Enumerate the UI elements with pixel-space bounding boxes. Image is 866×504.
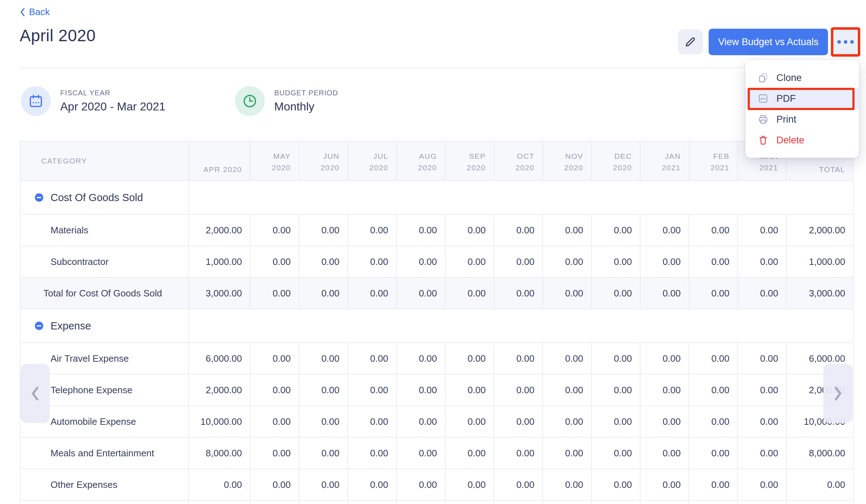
- value-cell: 0.00: [348, 437, 396, 469]
- table-row: Meals and Entertainment8,000.000.000.000…: [20, 437, 853, 469]
- menu-item-print[interactable]: Print: [746, 109, 859, 130]
- column-header-category: CATEGORY: [20, 141, 189, 181]
- value-cell: 0.00: [348, 406, 396, 437]
- value-cell: 0.00: [591, 246, 640, 277]
- value-cell: 0.00: [250, 246, 299, 277]
- column-header-sep-2020: SEP 2020: [445, 141, 494, 181]
- value-cell: 0.00: [250, 406, 299, 437]
- view-budget-vs-actuals-button[interactable]: View Budget vs Actuals: [709, 29, 828, 55]
- value-cell: 0.00: [591, 469, 640, 500]
- section-cell: Cost Of Goods Sold: [20, 181, 189, 214]
- value-cell: 0.00: [396, 374, 445, 406]
- value-cell: 0.00: [445, 374, 494, 406]
- table-row: Expense: [20, 309, 853, 343]
- value-cell: 0.00: [689, 246, 738, 277]
- value-cell: 0.00: [396, 406, 445, 437]
- collapse-minus-icon[interactable]: [34, 321, 44, 331]
- value-cell: 0.00: [738, 374, 786, 406]
- edit-button[interactable]: [678, 29, 703, 54]
- total-cell: 8,000.00: [786, 437, 853, 469]
- calendar-icon: [21, 86, 51, 116]
- fiscal-year-label: FISCAL YEAR: [60, 89, 166, 97]
- table-scroll-left-button[interactable]: [20, 364, 50, 423]
- value-cell: 0.00: [543, 246, 591, 277]
- value-cell: 0.00: [640, 343, 689, 374]
- value-cell: 0.00: [689, 277, 738, 309]
- value-cell: 0.00: [250, 277, 299, 309]
- value-cell: 0.00: [543, 343, 591, 374]
- value-cell: 0.00: [640, 277, 689, 309]
- value-cell: 0.00: [396, 246, 445, 277]
- value-cell: 0.00: [543, 406, 591, 437]
- table-cell: [640, 500, 689, 504]
- table-row: [20, 500, 853, 504]
- chevron-right-icon: [833, 386, 843, 401]
- category-cell: Total for Cost Of Goods Sold: [20, 277, 189, 309]
- value-cell: 0.00: [640, 214, 689, 246]
- column-header-oct-2020: OCT 2020: [494, 141, 543, 181]
- value-cell: 0.00: [396, 469, 445, 500]
- table-cell: [299, 500, 348, 504]
- more-options-button[interactable]: [834, 30, 857, 54]
- column-header-jun-2020: JUN 2020: [299, 141, 348, 181]
- value-cell: 0.00: [445, 214, 494, 246]
- value-cell: 0.00: [250, 214, 299, 246]
- value-cell: 0.00: [689, 469, 738, 500]
- table-cell: [786, 500, 853, 504]
- menu-item-pdf[interactable]: PDF: [746, 88, 859, 109]
- value-cell: 0.00: [738, 437, 786, 469]
- category-cell: Subcontractor: [20, 246, 189, 277]
- value-cell: 0.00: [250, 374, 299, 406]
- value-cell: 0.00: [591, 437, 640, 469]
- value-cell: 0.00: [591, 277, 640, 309]
- value-cell: 0.00: [299, 469, 348, 500]
- value-cell: 0.00: [543, 469, 591, 500]
- value-cell: 10,000.00: [189, 406, 250, 437]
- table-row: Telephone Expense2,000.000.000.000.000.0…: [20, 374, 853, 406]
- table-row: Automobile Expense10,000.000.000.000.000…: [20, 406, 853, 437]
- value-cell: 0.00: [348, 214, 396, 246]
- value-cell: 0.00: [738, 277, 786, 309]
- table-cell: [591, 500, 640, 504]
- menu-item-clone[interactable]: Clone: [746, 67, 859, 88]
- value-cell: 0.00: [494, 437, 543, 469]
- column-header-jul-2020: JUL 2020: [348, 141, 396, 181]
- table-cell: [738, 500, 786, 504]
- value-cell: 0.00: [738, 469, 786, 500]
- column-header-dec-2020: DEC 2020: [591, 141, 640, 181]
- table-row: Cost Of Goods Sold: [20, 181, 853, 214]
- value-cell: 3,000.00: [189, 277, 250, 309]
- table-row: Total for Cost Of Goods Sold3,000.000.00…: [20, 277, 853, 309]
- more-options-menu: ClonePDFPrintDelete: [746, 60, 859, 158]
- value-cell: 0.00: [738, 246, 786, 277]
- back-link[interactable]: Back: [20, 6, 50, 18]
- value-cell: 0.00: [348, 246, 396, 277]
- menu-item-label: Print: [776, 114, 796, 125]
- column-header-may-2020: MAY 2020: [250, 141, 299, 181]
- value-cell: 0.00: [445, 469, 494, 500]
- value-cell: 0.00: [738, 214, 786, 246]
- value-cell: 0.00: [299, 406, 348, 437]
- value-cell: 0.00: [445, 277, 494, 309]
- value-cell: 0.00: [299, 277, 348, 309]
- budget-period-info: BUDGET PERIOD Monthly: [235, 86, 338, 116]
- trash-icon: [758, 135, 769, 146]
- table-cell: [689, 500, 738, 504]
- budget-table: CATEGORYAPR 2020MAY 2020JUN 2020JUL 2020…: [20, 141, 854, 504]
- pencil-icon: [684, 35, 697, 49]
- pdf-icon: [758, 93, 769, 104]
- collapse-minus-icon[interactable]: [34, 192, 44, 203]
- value-cell: 0.00: [689, 406, 738, 437]
- value-cell: 0.00: [543, 214, 591, 246]
- budget-period-label: BUDGET PERIOD: [274, 89, 338, 97]
- table-scroll-right-button[interactable]: [823, 364, 853, 423]
- table-cell: [445, 500, 494, 504]
- total-cell: 2,000.00: [786, 214, 853, 246]
- menu-item-delete[interactable]: Delete: [746, 130, 859, 151]
- value-cell: 0.00: [640, 406, 689, 437]
- column-header-aug-2020: AUG 2020: [396, 141, 445, 181]
- value-cell: 0.00: [396, 214, 445, 246]
- value-cell: 1,000.00: [189, 246, 250, 277]
- back-label: Back: [29, 6, 50, 18]
- value-cell: 2,000.00: [189, 214, 250, 246]
